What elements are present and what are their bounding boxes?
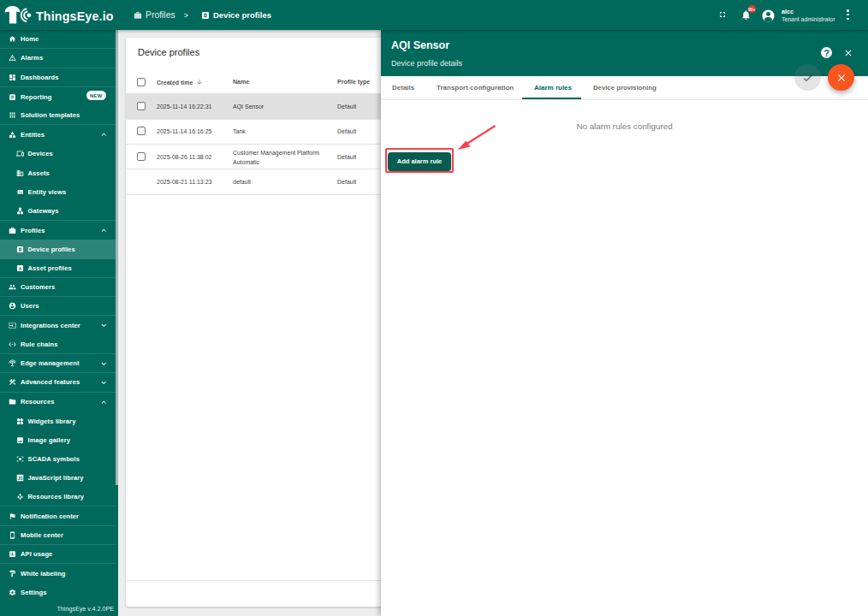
svg-text:JS: JS [17,477,23,481]
